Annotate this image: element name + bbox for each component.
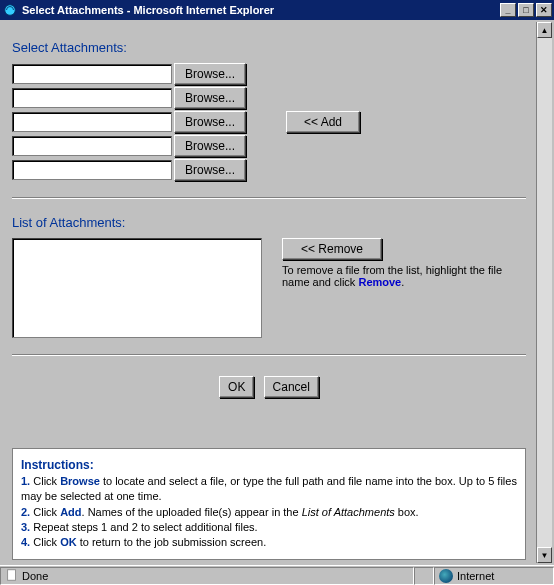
content-area: Select Attachments: Browse... Browse... … bbox=[2, 22, 536, 563]
file-input-3[interactable] bbox=[12, 112, 172, 132]
minimize-button[interactable]: _ bbox=[500, 3, 516, 17]
remove-button[interactable]: << Remove bbox=[282, 238, 382, 260]
page-icon bbox=[5, 568, 19, 584]
divider-1 bbox=[12, 197, 526, 199]
instructions-box: Instructions: 1. Click Browse to locate … bbox=[12, 448, 526, 560]
vertical-scrollbar[interactable]: ▲ ▼ bbox=[536, 22, 552, 563]
browse-button-5[interactable]: Browse... bbox=[174, 159, 246, 181]
status-text: Done bbox=[22, 570, 48, 582]
list-attachments-label: List of Attachments: bbox=[12, 215, 526, 230]
close-button[interactable]: ✕ bbox=[536, 3, 552, 17]
globe-icon bbox=[439, 569, 453, 583]
file-input-2[interactable] bbox=[12, 88, 172, 108]
file-input-1[interactable] bbox=[12, 64, 172, 84]
browse-button-3[interactable]: Browse... bbox=[174, 111, 246, 133]
scroll-up-button[interactable]: ▲ bbox=[537, 22, 552, 38]
zone-text: Internet bbox=[457, 570, 494, 582]
select-attachments-label: Select Attachments: bbox=[12, 40, 526, 55]
scroll-track[interactable] bbox=[537, 38, 552, 547]
add-button[interactable]: << Add bbox=[286, 111, 360, 133]
cancel-button[interactable]: Cancel bbox=[264, 376, 319, 398]
divider-2 bbox=[12, 354, 526, 356]
attachments-listbox[interactable] bbox=[12, 238, 262, 338]
titlebar: Select Attachments - Microsoft Internet … bbox=[0, 0, 554, 20]
remove-help-text: To remove a file from the list, highligh… bbox=[282, 264, 526, 288]
instruction-2: 2. Click Add. Names of the uploaded file… bbox=[21, 505, 517, 520]
browse-button-2[interactable]: Browse... bbox=[174, 87, 246, 109]
maximize-button[interactable]: □ bbox=[518, 3, 534, 17]
instruction-3: 3. Repeat steps 1 and 2 to select additi… bbox=[21, 520, 517, 535]
instructions-title: Instructions: bbox=[21, 457, 517, 474]
browse-button-1[interactable]: Browse... bbox=[174, 63, 246, 85]
file-input-5[interactable] bbox=[12, 160, 172, 180]
browse-button-4[interactable]: Browse... bbox=[174, 135, 246, 157]
instruction-4: 4. Click OK to return to the job submiss… bbox=[21, 535, 517, 550]
window-title: Select Attachments - Microsoft Internet … bbox=[22, 4, 498, 16]
file-input-4[interactable] bbox=[12, 136, 172, 156]
scroll-down-button[interactable]: ▼ bbox=[537, 547, 552, 563]
ie-icon bbox=[2, 2, 18, 18]
statusbar: Done Internet bbox=[0, 565, 554, 585]
svg-rect-1 bbox=[8, 569, 16, 580]
remove-link: Remove bbox=[355, 276, 401, 288]
ok-button[interactable]: OK bbox=[219, 376, 254, 398]
instruction-1: 1. Click Browse to locate and select a f… bbox=[21, 474, 517, 505]
